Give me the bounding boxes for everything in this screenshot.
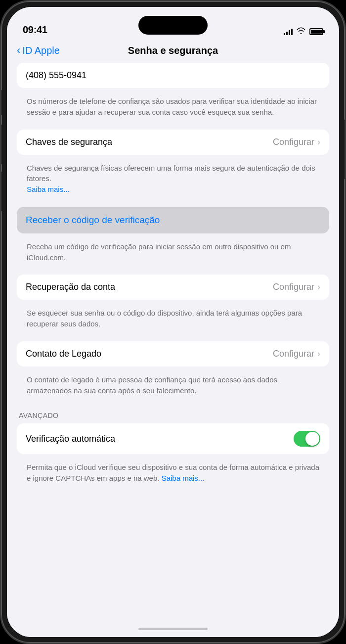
home-bar xyxy=(138,628,208,630)
back-button[interactable]: ‹ ID Apple xyxy=(17,45,66,57)
security-keys-row[interactable]: Chaves de segurança Configurar › xyxy=(17,130,329,155)
security-keys-action[interactable]: Configurar › xyxy=(273,137,320,147)
account-recovery-card[interactable]: Recuperação da conta Configurar › xyxy=(17,275,329,300)
phone-screen: 09:41 xyxy=(7,7,339,637)
security-keys-link[interactable]: Saiba mais... xyxy=(27,185,70,193)
legacy-contact-card[interactable]: Contato de Legado Configurar › xyxy=(17,341,329,367)
legacy-contact-chevron-icon: › xyxy=(317,349,320,359)
security-keys-description: Chaves de segurança físicas oferecem uma… xyxy=(17,159,329,201)
volume-up-button[interactable] xyxy=(0,125,2,164)
account-recovery-label: Recuperação da conta xyxy=(26,282,115,292)
mute-button[interactable] xyxy=(0,90,2,115)
toggle-thumb xyxy=(305,432,319,446)
verification-code-button[interactable]: Receber o código de verificação xyxy=(17,207,329,233)
back-chevron-icon: ‹ xyxy=(17,44,20,57)
security-keys-chevron-icon: › xyxy=(317,137,320,147)
status-icons xyxy=(284,27,323,36)
account-recovery-description: Se esquecer sua senha ou o código do dis… xyxy=(17,304,329,335)
legacy-contact-row[interactable]: Contato de Legado Configurar › xyxy=(17,341,329,367)
battery-icon xyxy=(309,28,323,35)
legacy-contact-label: Contato de Legado xyxy=(26,349,101,359)
auto-verification-link[interactable]: Saiba mais... xyxy=(162,474,205,482)
legacy-contact-description: O contato de legado é uma pessoa de conf… xyxy=(17,370,329,402)
account-recovery-row[interactable]: Recuperação da conta Configurar › xyxy=(17,275,329,300)
volume-down-button[interactable] xyxy=(0,172,2,211)
security-keys-card[interactable]: Chaves de segurança Configurar › xyxy=(17,130,329,155)
auto-verification-description: Permita que o iCloud verifique seu dispo… xyxy=(17,458,329,490)
verification-code-label: Receber o código de verificação xyxy=(26,215,160,225)
dynamic-island xyxy=(138,16,208,35)
home-indicator xyxy=(7,620,339,637)
phone-number-card: (408) 555-0941 xyxy=(17,63,329,88)
signal-icon xyxy=(284,28,293,35)
phone-number-value: (408) 555-0941 xyxy=(17,63,329,88)
back-label: ID Apple xyxy=(22,45,60,56)
auto-verification-label: Verificação automática xyxy=(26,434,115,444)
account-recovery-action-label: Configurar xyxy=(273,282,314,292)
auto-verification-row: Verificação automática xyxy=(17,423,329,454)
status-time: 09:41 xyxy=(23,24,47,36)
account-recovery-action[interactable]: Configurar › xyxy=(273,282,320,292)
advanced-section-header: AVANÇADO xyxy=(17,412,329,423)
nav-header: ‹ ID Apple Senha e segurança xyxy=(7,41,339,63)
phone-frame: 09:41 xyxy=(0,0,346,644)
legacy-contact-action[interactable]: Configurar › xyxy=(273,349,320,359)
content-area: (408) 555-0941 Os números de telefone de… xyxy=(7,63,339,620)
security-keys-action-label: Configurar xyxy=(273,137,314,147)
power-button[interactable] xyxy=(344,120,346,179)
verification-description: Receba um código de verificação para ini… xyxy=(17,237,329,269)
account-recovery-chevron-icon: › xyxy=(317,282,320,292)
security-keys-label: Chaves de segurança xyxy=(26,137,112,147)
legacy-contact-action-label: Configurar xyxy=(273,349,314,359)
wifi-icon xyxy=(297,27,305,36)
auto-verification-card: Verificação automática xyxy=(17,423,329,454)
auto-verification-toggle[interactable] xyxy=(294,431,320,447)
trusted-numbers-description: Os números de telefone de confiança são … xyxy=(17,92,329,124)
page-title: Senha e segurança xyxy=(66,45,280,56)
